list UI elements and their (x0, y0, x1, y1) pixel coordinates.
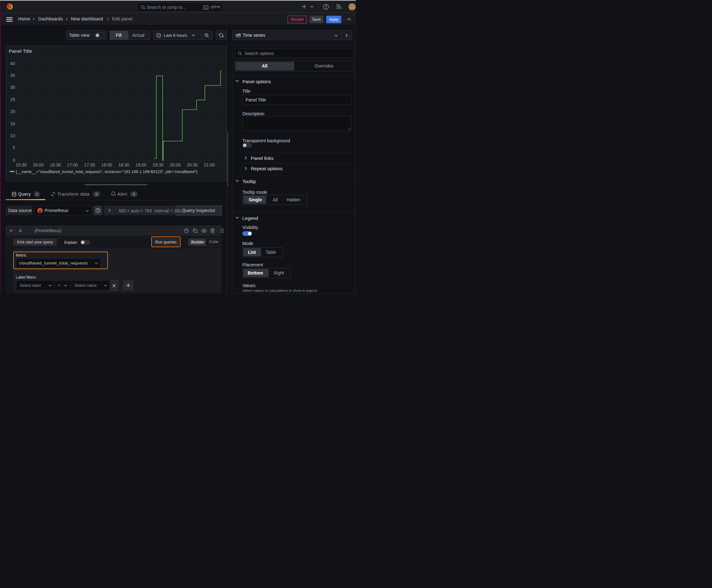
svg-text:{__name__="cloudflared_tunnel_: {__name__="cloudflared_tunnel_total_requ… (16, 170, 197, 174)
svg-text:20:30: 20:30 (187, 162, 198, 167)
svg-text:17:00: 17:00 (67, 162, 78, 167)
svg-text:5: 5 (13, 145, 15, 150)
svg-text:35: 35 (10, 73, 15, 78)
svg-text:19:00: 19:00 (135, 162, 146, 167)
svg-text:40: 40 (10, 61, 15, 66)
svg-text:20: 20 (10, 109, 15, 114)
svg-text:15:30: 15:30 (16, 162, 27, 167)
svg-text:21:00: 21:00 (204, 162, 215, 167)
svg-text:19:30: 19:30 (153, 162, 164, 167)
svg-text:10: 10 (10, 133, 15, 138)
svg-text:17:30: 17:30 (84, 162, 95, 167)
svg-text:15: 15 (10, 121, 15, 126)
svg-text:25: 25 (10, 97, 15, 102)
svg-text:16:30: 16:30 (50, 162, 61, 167)
svg-text:18:00: 18:00 (101, 162, 112, 167)
svg-text:0: 0 (13, 158, 15, 163)
svg-text:16:00: 16:00 (33, 162, 44, 167)
svg-text:20:00: 20:00 (170, 162, 180, 167)
svg-text:18:30: 18:30 (118, 162, 129, 167)
svg-text:30: 30 (10, 85, 15, 90)
